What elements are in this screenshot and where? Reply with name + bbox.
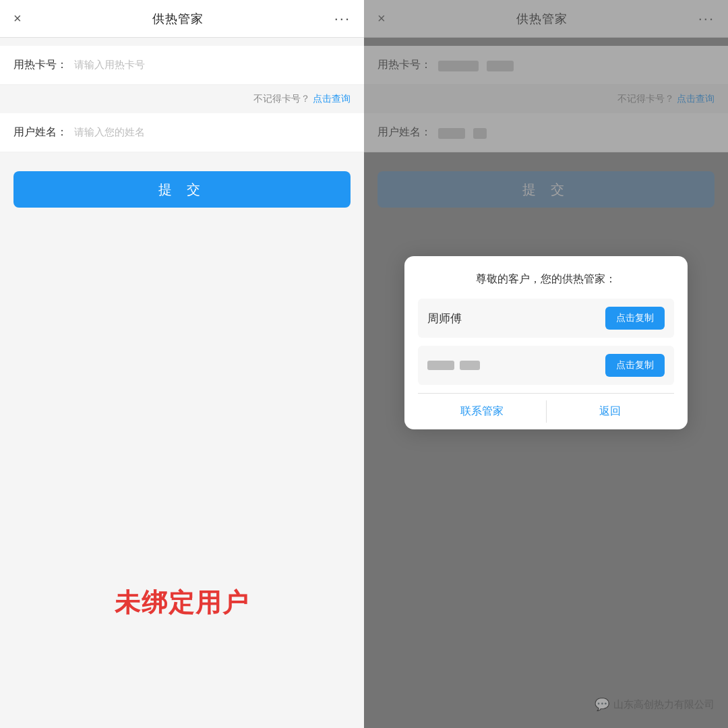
left-name-input[interactable]: 请输入您的姓名	[74, 126, 351, 139]
dialog-copy-info-button[interactable]: 点击复制	[605, 354, 665, 377]
right-panel: × 供热管家 ··· 用热卡号： 不记得卡号？ 点击查询 用户姓名： 提 交 尊	[364, 0, 728, 728]
left-card-input[interactable]: 请输入用热卡号	[74, 59, 351, 71]
left-close-icon[interactable]: ×	[13, 11, 22, 26]
left-form: 用热卡号： 请输入用热卡号 不记得卡号？ 点击查询 用户姓名： 请输入您的姓名	[0, 46, 364, 152]
left-topbar: × 供热管家 ···	[0, 0, 364, 38]
left-hint-row: 不记得卡号？ 点击查询	[0, 85, 364, 113]
dialog-row-2: 点击复制	[418, 346, 674, 385]
left-hint-link[interactable]: 点击查询	[313, 93, 351, 104]
left-name-label: 用户姓名：	[13, 125, 74, 140]
left-panel: × 供热管家 ··· 用热卡号： 请输入用热卡号 不记得卡号？ 点击查询 用户姓…	[0, 0, 364, 728]
dialog-title: 尊敬的客户，您的供热管家：	[418, 272, 674, 286]
dialog-overlay: 尊敬的客户，您的供热管家： 周师傅 点击复制 点击复制 联系管家 返回	[364, 0, 728, 728]
left-topbar-title: 供热管家	[152, 11, 204, 27]
dialog-footer: 联系管家 返回	[418, 393, 674, 429]
dialog-row-1: 周师傅 点击复制	[418, 299, 674, 338]
left-bottom-label: 未绑定用户	[0, 586, 364, 620]
left-more-icon[interactable]: ···	[334, 10, 351, 28]
dialog-manager-info	[427, 361, 480, 370]
dialog-contact-button[interactable]: 联系管家	[418, 394, 546, 429]
result-dialog: 尊敬的客户，您的供热管家： 周师傅 点击复制 点击复制 联系管家 返回	[404, 256, 688, 429]
dialog-back-button[interactable]: 返回	[547, 394, 675, 429]
left-name-row: 用户姓名： 请输入您的姓名	[0, 113, 364, 152]
dialog-copy-name-button[interactable]: 点击复制	[605, 307, 665, 330]
dialog-manager-name: 周师傅	[427, 311, 462, 326]
left-hint-text: 不记得卡号？	[253, 93, 310, 104]
left-submit-button[interactable]: 提 交	[13, 171, 351, 208]
left-card-label: 用热卡号：	[13, 58, 74, 72]
left-card-row: 用热卡号： 请输入用热卡号	[0, 46, 364, 85]
